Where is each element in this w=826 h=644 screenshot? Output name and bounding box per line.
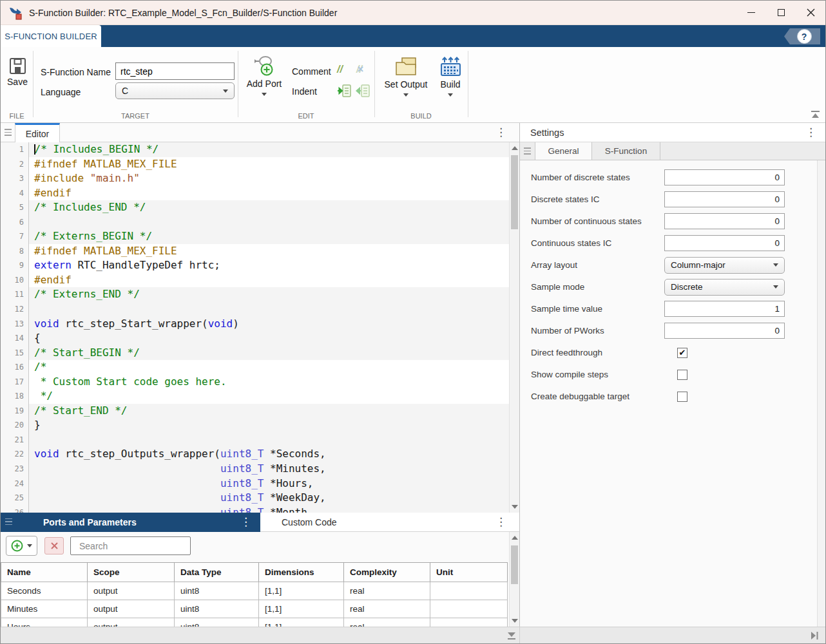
- table-cell[interactable]: output: [88, 618, 175, 627]
- table-cell[interactable]: [430, 600, 508, 618]
- table-cell[interactable]: output: [88, 582, 175, 600]
- code-line-text[interactable]: void rtc_step_Start_wrapper(void): [29, 317, 509, 332]
- code-line[interactable]: 9extern RTC_HandleTypeDef hrtc;: [1, 258, 509, 273]
- field-input[interactable]: [664, 191, 785, 207]
- code-line-text[interactable]: #ifndef MATLAB_MEX_FILE: [29, 157, 509, 172]
- table-cell[interactable]: uint8: [175, 582, 259, 600]
- custom-code-menu-kebab-icon[interactable]: ⋮: [495, 516, 506, 527]
- field-checkbox[interactable]: [677, 392, 687, 402]
- tab-sfunction[interactable]: S-Function: [592, 142, 660, 160]
- code-line-text[interactable]: uint8_T *Hours,: [29, 477, 509, 491]
- code-line[interactable]: 16/*: [1, 360, 509, 375]
- table-cell[interactable]: real: [344, 600, 430, 618]
- table-row[interactable]: Minutesoutputuint8[1,1]real: [1, 600, 508, 618]
- panel-grip-icon[interactable]: [5, 129, 12, 137]
- code-line[interactable]: 14{: [1, 331, 509, 346]
- editor-menu-kebab-icon[interactable]: ⋮: [495, 127, 506, 138]
- table-row[interactable]: Hoursoutputuint8[1,1]real: [1, 618, 508, 627]
- comment-icon[interactable]: //: [337, 64, 343, 75]
- search-input[interactable]: [79, 541, 196, 551]
- code-line[interactable]: 7/* Externs_BEGIN */: [1, 229, 509, 244]
- code-line-text[interactable]: uint8_T *Month,: [29, 506, 509, 513]
- code-line-text[interactable]: #endif: [29, 273, 509, 288]
- code-line-text[interactable]: /* Start_BEGIN */: [29, 346, 509, 361]
- table-cell[interactable]: output: [88, 600, 175, 618]
- code-line[interactable]: 18 */: [1, 389, 509, 404]
- collapse-ribbon-icon[interactable]: [811, 110, 820, 118]
- close-button[interactable]: [796, 1, 825, 24]
- code-line[interactable]: 1/* Includes_BEGIN */: [1, 142, 509, 157]
- field-input[interactable]: [664, 235, 785, 251]
- collapse-panel-down-icon[interactable]: [507, 632, 516, 640]
- code-line[interactable]: 13void rtc_step_Start_wrapper(void): [1, 317, 509, 332]
- code-line[interactable]: 8#ifndef MATLAB_MEX_FILE: [1, 244, 509, 259]
- settings-menu-kebab-icon[interactable]: ⋮: [805, 127, 816, 138]
- scrollbar-thumb[interactable]: [511, 155, 518, 229]
- set-output-button[interactable]: Set Output: [378, 56, 434, 97]
- sfunction-name-input[interactable]: [115, 62, 235, 80]
- code-line-text[interactable]: uint8_T *Minutes,: [29, 462, 509, 477]
- code-line[interactable]: 5/* Includes_END */: [1, 200, 509, 215]
- indent-icon[interactable]: [337, 84, 351, 98]
- column-header[interactable]: Data Type: [175, 563, 259, 582]
- add-port-row-button[interactable]: [6, 536, 37, 556]
- tab-custom-code[interactable]: Custom Code ⋮: [260, 513, 519, 532]
- add-port-button[interactable]: Add Port: [244, 55, 284, 96]
- save-button[interactable]: Save: [4, 57, 31, 87]
- table-cell[interactable]: Seconds: [1, 582, 88, 600]
- code-line[interactable]: 10#endif: [1, 273, 509, 288]
- outdent-icon[interactable]: [356, 84, 370, 98]
- code-line[interactable]: 20}: [1, 418, 509, 433]
- code-line-text[interactable]: /* Start_END */: [29, 404, 509, 419]
- field-dropdown[interactable]: Column-major: [664, 257, 785, 274]
- code-line-text[interactable]: #endif: [29, 186, 509, 201]
- code-line-text[interactable]: */: [29, 389, 509, 404]
- code-line-text[interactable]: [29, 302, 509, 317]
- column-header[interactable]: Scope: [88, 563, 175, 582]
- field-checkbox[interactable]: [677, 370, 687, 380]
- scroll-up-icon[interactable]: [512, 146, 518, 150]
- scroll-down-icon[interactable]: [512, 619, 518, 623]
- table-cell[interactable]: [430, 582, 508, 600]
- ports-menu-kebab-icon[interactable]: ⋮: [240, 516, 251, 527]
- code-line-text[interactable]: #ifndef MATLAB_MEX_FILE: [29, 244, 509, 259]
- code-line[interactable]: 21: [1, 433, 509, 448]
- table-cell[interactable]: Minutes: [1, 600, 88, 618]
- code-line[interactable]: 23 uint8_T *Minutes,: [1, 462, 509, 477]
- tab-general[interactable]: General: [535, 142, 592, 160]
- table-cell[interactable]: real: [344, 618, 430, 627]
- scroll-down-icon[interactable]: [512, 505, 518, 509]
- field-input[interactable]: [664, 213, 785, 229]
- column-header[interactable]: Unit: [430, 563, 508, 582]
- code-line[interactable]: 24 uint8_T *Hours,: [1, 477, 509, 491]
- table-cell[interactable]: uint8: [175, 618, 259, 627]
- expand-panel-right-icon[interactable]: [810, 631, 819, 640]
- code-line[interactable]: 3#include "main.h": [1, 171, 509, 186]
- code-line[interactable]: 11/* Externs_END */: [1, 287, 509, 302]
- scrollbar-thumb[interactable]: [511, 545, 518, 584]
- code-line-text[interactable]: {: [29, 331, 509, 346]
- code-line-text[interactable]: }: [29, 418, 509, 433]
- code-line[interactable]: 6: [1, 215, 509, 230]
- code-line-text[interactable]: /* Includes_BEGIN */: [29, 142, 509, 157]
- table-cell[interactable]: uint8: [175, 600, 259, 618]
- code-line[interactable]: 4#endif: [1, 186, 509, 201]
- code-line-text[interactable]: * Custom Start code goes here.: [29, 375, 509, 390]
- column-header[interactable]: Dimensions: [259, 563, 344, 582]
- code-line-text[interactable]: /*: [29, 360, 509, 375]
- code-line-text[interactable]: #include "main.h": [29, 171, 509, 186]
- build-button[interactable]: Build: [434, 56, 466, 97]
- table-cell[interactable]: [1,1]: [259, 618, 344, 627]
- code-line[interactable]: 19/* Start_END */: [1, 404, 509, 419]
- column-header[interactable]: Name: [1, 563, 88, 582]
- table-cell[interactable]: Hours: [1, 618, 88, 627]
- minimize-button[interactable]: [736, 1, 766, 24]
- ports-scrollbar[interactable]: [509, 532, 519, 627]
- code-line-text[interactable]: /* Externs_END */: [29, 287, 509, 302]
- code-line-text[interactable]: [29, 215, 509, 230]
- column-header[interactable]: Complexity: [344, 563, 430, 582]
- editor-scrollbar[interactable]: [509, 142, 519, 513]
- tab-editor[interactable]: Editor: [15, 123, 60, 142]
- table-cell[interactable]: [1,1]: [259, 582, 344, 600]
- code-line[interactable]: 17 * Custom Start code goes here.: [1, 375, 509, 390]
